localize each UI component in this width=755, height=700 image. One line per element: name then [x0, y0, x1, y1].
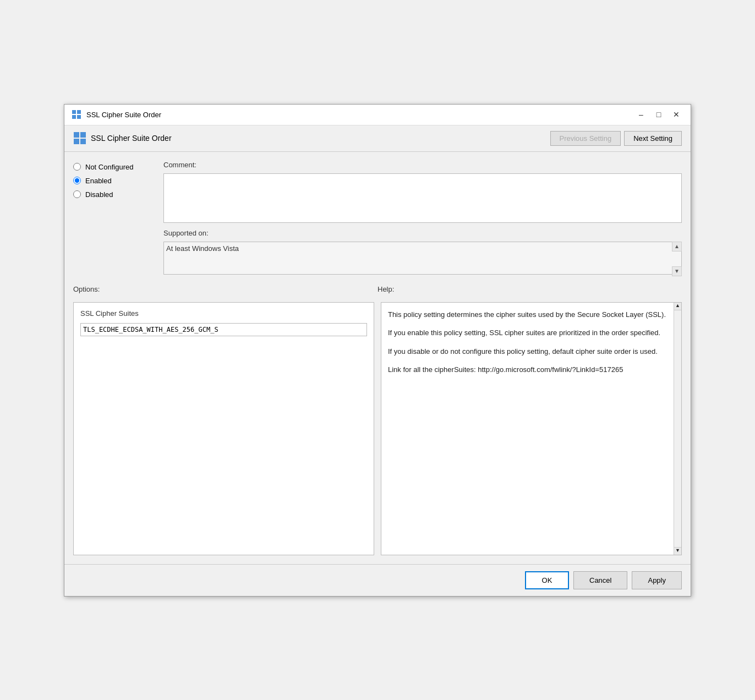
maximize-button[interactable]: □ — [651, 108, 666, 121]
help-panel: This policy setting determines the ciphe… — [381, 302, 682, 555]
svg-rect-7 — [80, 139, 86, 144]
not-configured-label: Not Configured — [85, 163, 133, 171]
supported-box-wrapper: ▲ ▼ — [163, 242, 682, 276]
help-text-2: If you enable this policy setting, SSL c… — [388, 327, 668, 338]
supported-label: Supported on: — [163, 229, 682, 237]
options-section-label: Options: — [73, 283, 378, 296]
section-labels: Options: Help: — [73, 283, 682, 296]
comment-textarea[interactable] — [163, 173, 682, 223]
window-title: SSL Cipher Suite Order — [86, 111, 161, 119]
comment-label: Comment: — [163, 161, 682, 169]
svg-rect-5 — [80, 132, 86, 138]
help-text-4: Link for all the cipherSuites: http://go… — [388, 364, 668, 375]
title-bar: SSL Cipher Suite Order – □ ✕ — [64, 105, 691, 125]
cancel-button[interactable]: Cancel — [573, 571, 627, 589]
header-buttons: Previous Setting Next Setting — [550, 131, 682, 146]
enabled-radio[interactable] — [73, 177, 81, 184]
main-window: SSL Cipher Suite Order – □ ✕ SSL Cipher … — [64, 104, 691, 597]
top-section: Not Configured Enabled Disabled Comment:… — [73, 161, 682, 276]
title-bar-left: SSL Cipher Suite Order — [71, 109, 161, 120]
disabled-label: Disabled — [85, 190, 113, 199]
dialog-header: SSL Cipher Suite Order Previous Setting … — [64, 125, 691, 152]
title-bar-controls: – □ ✕ — [633, 108, 684, 121]
previous-setting-button[interactable]: Previous Setting — [550, 131, 621, 146]
svg-rect-4 — [74, 132, 79, 138]
svg-rect-6 — [74, 139, 79, 144]
dialog-icon — [73, 132, 86, 145]
svg-rect-1 — [77, 110, 81, 114]
apply-button[interactable]: Apply — [632, 571, 682, 589]
dialog-footer: OK Cancel Apply — [64, 564, 691, 596]
disabled-radio-label[interactable]: Disabled — [73, 190, 150, 199]
close-button[interactable]: ✕ — [669, 108, 684, 121]
svg-rect-0 — [72, 110, 76, 114]
help-scroll-down-arrow[interactable]: ▼ — [674, 547, 681, 555]
supported-scroll-up[interactable]: ▲ — [672, 242, 682, 251]
options-panel: SSL Cipher Suites — [73, 302, 374, 555]
radio-group: Not Configured Enabled Disabled — [73, 161, 150, 199]
dialog-header-left: SSL Cipher Suite Order — [73, 132, 172, 145]
help-scrollbar: ▲ ▼ — [674, 303, 681, 555]
enabled-radio-label[interactable]: Enabled — [73, 177, 150, 185]
svg-rect-3 — [77, 115, 81, 119]
help-text-3: If you disable or do not configure this … — [388, 346, 668, 357]
supported-scroll-down[interactable]: ▼ — [672, 266, 682, 276]
svg-rect-2 — [72, 115, 76, 119]
cipher-input[interactable] — [80, 323, 367, 336]
help-scroll-up-arrow[interactable]: ▲ — [674, 303, 681, 310]
comment-section: Comment: Supported on: ▲ ▼ — [163, 161, 682, 276]
window-icon — [71, 109, 82, 120]
ssl-cipher-suites-label: SSL Cipher Suites — [80, 309, 367, 318]
ok-button[interactable]: OK — [525, 571, 569, 589]
minimize-button[interactable]: – — [633, 108, 649, 121]
next-setting-button[interactable]: Next Setting — [624, 131, 682, 146]
enabled-label: Enabled — [85, 177, 112, 185]
not-configured-radio[interactable] — [73, 163, 81, 171]
not-configured-radio-label[interactable]: Not Configured — [73, 163, 150, 171]
disabled-radio[interactable] — [73, 190, 81, 198]
help-section-label: Help: — [378, 283, 682, 296]
supported-textarea — [163, 242, 682, 275]
bottom-panels: SSL Cipher Suites This policy setting de… — [73, 302, 682, 555]
dialog-title: SSL Cipher Suite Order — [91, 134, 172, 143]
comment-box-wrapper — [163, 173, 682, 225]
help-text-1: This policy setting determines the ciphe… — [388, 309, 668, 320]
dialog-body: Not Configured Enabled Disabled Comment:… — [64, 152, 691, 564]
